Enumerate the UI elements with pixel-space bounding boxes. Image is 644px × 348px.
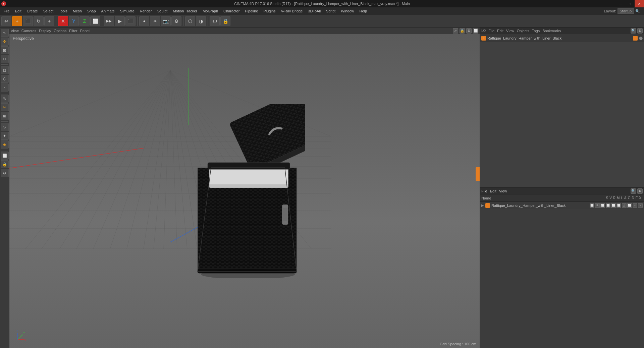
row-flag-a[interactable]: ⬜	[616, 203, 621, 208]
toolbar-mode-button[interactable]: +	[12, 16, 22, 26]
lt-select-button[interactable]: ↖	[1, 29, 9, 37]
object-row[interactable]: ▶ Rattique_Laundry_Hamper_with_Liner_Bla…	[480, 202, 644, 209]
menu-character[interactable]: Character	[221, 8, 242, 14]
maximize-button[interactable]: □	[625, 0, 635, 7]
menu-mograph[interactable]: MoGraph	[200, 8, 220, 14]
lt-edge-button[interactable]: ⬡	[1, 75, 9, 83]
vp-settings-icon[interactable]: ⚙	[466, 28, 472, 34]
basket-3d-object[interactable]	[191, 104, 305, 278]
toolbar-cube-button[interactable]: ⬛	[23, 16, 33, 26]
menu-tools[interactable]: Tools	[56, 8, 70, 14]
lt-magnet-button[interactable]: S	[1, 123, 9, 131]
row-flag-r[interactable]: ⬜	[600, 203, 605, 208]
toolbar-lock-button[interactable]: 🔒	[220, 16, 230, 26]
lt-joint-button[interactable]: ⊙	[1, 169, 9, 177]
toolbar-render-all[interactable]: ⬛	[125, 16, 136, 26]
toolbar-gear-button[interactable]: ⚙	[171, 16, 181, 26]
menu-window[interactable]: Window	[338, 8, 356, 14]
menu-file[interactable]: File	[1, 8, 12, 14]
lt-texture-button[interactable]: ⬜	[1, 152, 9, 160]
lt-poly-button[interactable]: ◻	[1, 66, 9, 74]
toolbar-world-button[interactable]: ⬜	[90, 16, 100, 26]
row-flag-v[interactable]: 👁	[595, 203, 600, 208]
toolbar-shaded-button[interactable]: ◑	[196, 16, 206, 26]
menu-animate[interactable]: Animate	[99, 8, 117, 14]
lt-scale-button[interactable]: ⊡	[1, 46, 9, 54]
toolbar-render-region[interactable]: ▶▶	[104, 16, 114, 26]
menu-plugins[interactable]: Plugins	[261, 8, 278, 14]
row-flag-m[interactable]: ⬜	[606, 203, 610, 208]
menu-simulate[interactable]: Simulate	[118, 8, 137, 14]
toolbar-render-view[interactable]: ▶	[115, 16, 125, 26]
lt-knife-button[interactable]: ✂	[1, 103, 9, 111]
menu-motion-tracker[interactable]: Motion Tracker	[170, 8, 200, 14]
toolbar-z-button[interactable]: Z	[79, 16, 90, 26]
toolbar-rotate-button[interactable]: ↻	[34, 16, 44, 26]
menu-edit[interactable]: Edit	[13, 8, 24, 14]
obj-top-settings-icon[interactable]: ⚙	[637, 28, 643, 34]
obj-top-view[interactable]: View	[506, 29, 514, 33]
obj-bottom-settings-icon[interactable]: ⚙	[637, 188, 643, 194]
toolbar-wireframe-button[interactable]: ⬡	[185, 16, 195, 26]
row-flag-g[interactable]: △	[622, 203, 627, 208]
vp-panel-menu[interactable]: Panel	[80, 29, 90, 33]
right-panel-tab[interactable]	[476, 167, 480, 181]
obj-top-file[interactable]: File	[488, 29, 494, 33]
toolbar-camera-button[interactable]: 📷	[161, 16, 171, 26]
lt-pen-button[interactable]: ✎	[1, 95, 9, 103]
vp-options-menu[interactable]: Options	[54, 29, 66, 33]
vp-maximize-icon[interactable]: ⬜	[473, 28, 478, 34]
row-flag-e[interactable]: ▾	[633, 203, 637, 208]
menu-select[interactable]: Select	[41, 8, 56, 14]
layout-value[interactable]: Startup	[618, 8, 634, 14]
toolbar-x-button[interactable]: X	[58, 16, 68, 26]
menu-vray-bridge[interactable]: V-Ray Bridge	[279, 8, 305, 14]
minimize-button[interactable]: ─	[616, 0, 625, 7]
obj-bottom-view[interactable]: View	[499, 189, 507, 193]
search-icon[interactable]: 🔍	[635, 9, 640, 13]
menu-render[interactable]: Render	[138, 8, 154, 14]
obj-bottom-search-icon[interactable]: 🔍	[631, 188, 636, 194]
toolbar-tag-button[interactable]: 🏷	[210, 16, 220, 26]
object-expand-icon[interactable]: ⬤	[639, 36, 643, 40]
lt-paint-button[interactable]: ⊕	[1, 140, 9, 149]
lt-rotate-button[interactable]: ↺	[1, 55, 9, 63]
menu-help[interactable]: Help	[357, 8, 370, 14]
close-button[interactable]: ✕	[635, 0, 644, 7]
row-flag-x[interactable]: ✕	[638, 203, 643, 208]
lt-extrude-button[interactable]: ⊞	[1, 112, 9, 120]
vp-view-menu[interactable]: View	[11, 29, 19, 33]
vp-lock-icon[interactable]: 🔒	[460, 28, 465, 34]
menu-3dtoall[interactable]: 3DToAll	[306, 8, 323, 14]
menu-pipeline[interactable]: Pipeline	[243, 8, 260, 14]
row-flag-d[interactable]: ⬜	[627, 203, 632, 208]
obj-top-tags[interactable]: Tags	[532, 29, 540, 33]
obj-top-bookmarks[interactable]: Bookmarks	[542, 29, 561, 33]
menu-create[interactable]: Create	[24, 8, 40, 14]
obj-top-objects[interactable]: Objects	[517, 29, 529, 33]
toolbar-y-button[interactable]: Y	[69, 16, 79, 26]
vp-filter-menu[interactable]: Filter	[69, 29, 77, 33]
toolbar-sphere-button[interactable]: ●	[139, 16, 149, 26]
row-flag-s[interactable]: ⬜	[590, 203, 594, 208]
lt-point-button[interactable]: ·	[1, 83, 9, 92]
vp-expand-icon[interactable]: ⤢	[453, 28, 458, 34]
obj-bottom-edit[interactable]: Edit	[490, 189, 496, 193]
menu-sculpt[interactable]: Sculpt	[155, 8, 170, 14]
toolbar-undo-button[interactable]: ↩	[1, 16, 11, 26]
obj-bottom-file[interactable]: File	[481, 189, 487, 193]
row-flag-l[interactable]: ⬜	[611, 203, 616, 208]
toolbar-add-button[interactable]: +	[44, 16, 54, 26]
obj-top-edit[interactable]: Edit	[497, 29, 503, 33]
viewport-canvas[interactable]: Perspective Grid Spacing : 100 cm Y X Z	[9, 34, 480, 348]
menu-mesh[interactable]: Mesh	[70, 8, 84, 14]
lt-move-button[interactable]: ✛	[1, 38, 9, 46]
lt-uv-button[interactable]: 🔒	[1, 160, 9, 168]
toolbar-light-button[interactable]: ☀	[150, 16, 160, 26]
menu-script[interactable]: Script	[324, 8, 338, 14]
vp-display-menu[interactable]: Display	[39, 29, 51, 33]
menu-snap[interactable]: Snap	[85, 8, 98, 14]
lt-brush-button[interactable]: ✦	[1, 132, 9, 140]
vp-cameras-menu[interactable]: Cameras	[21, 29, 37, 33]
obj-top-search-icon[interactable]: 🔍	[631, 28, 636, 34]
